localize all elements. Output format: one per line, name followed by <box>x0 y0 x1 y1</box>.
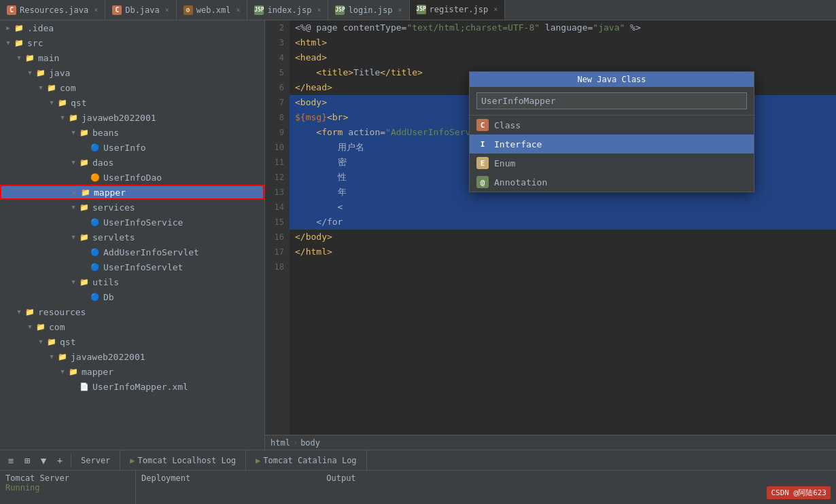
arrow-com: ▼ <box>35 82 46 93</box>
folder-icon-main: 📁 <box>24 52 35 63</box>
line-num-11: 11 <box>268 155 284 170</box>
code-line-3: <html> <box>290 35 836 50</box>
sidebar-item-res-com[interactable]: ▼ 📁 com <box>0 319 264 334</box>
tab-icon-webxml: ⚙ <box>184 5 193 15</box>
code-line-14: < <box>290 200 836 215</box>
bottom-tab-server[interactable]: Server <box>71 450 120 471</box>
folder-icon-mapper: 📁 <box>80 187 91 198</box>
sidebar-item-db[interactable]: 🔵 Db <box>0 289 264 304</box>
tab-icon-registerjsp: JSP <box>417 5 426 14</box>
enum-icon: E <box>476 157 489 169</box>
sidebar-item-res-qst[interactable]: ▼ 📁 qst <box>0 334 264 349</box>
sidebar-item-res-mapper[interactable]: ▼ 📁 mapper <box>0 364 264 379</box>
tab-close-indexjsp[interactable]: × <box>317 6 321 14</box>
bottom-tab-tomcat-localhost[interactable]: ▶ Tomcat Localhost Log <box>120 450 246 471</box>
tab-label-webxml: web.xml <box>196 5 231 15</box>
folder-icon-utils: 📁 <box>79 276 90 287</box>
icon-adduserinfoservlet: 🔵 <box>90 247 101 257</box>
play-icon-catalina: ▶ <box>256 456 260 465</box>
sidebar-item-resources[interactable]: ▼ 📁 resources <box>0 304 264 319</box>
tab-close-loginjsp[interactable]: × <box>398 6 402 14</box>
sidebar-item-idea[interactable]: ▶ 📁 .idea <box>0 20 264 35</box>
folder-icon-servlets: 📁 <box>79 232 90 242</box>
dialog-item-interface[interactable]: I Interface <box>470 134 754 154</box>
label-mapper: mapper <box>94 187 126 198</box>
dialog-input[interactable] <box>476 92 747 109</box>
line-num-6: 6 <box>268 80 284 95</box>
bottom-icon-grid[interactable]: ⊞ <box>20 454 34 467</box>
sidebar-item-res-javaweb[interactable]: ▼ 📁 javaweb2022001 <box>0 349 264 364</box>
csdn-badge: CSDN @阿陆623 <box>767 486 831 499</box>
line-num-2: 2 <box>268 20 284 35</box>
folder-icon-src: 📁 <box>14 37 24 48</box>
bottom-icon-list[interactable]: ≡ <box>4 454 18 467</box>
sidebar-item-com[interactable]: ▼ 📁 com <box>0 80 264 95</box>
tab-resources[interactable]: C Resources.java × <box>0 0 105 20</box>
sidebar-item-javaweb[interactable]: ▼ 📁 javaweb2022001 <box>0 110 264 125</box>
label-utils: utils <box>92 277 119 287</box>
sidebar-item-userinfo[interactable]: 🔵 UserInfo <box>0 140 264 155</box>
arrow-res-com: ▼ <box>24 321 35 332</box>
tab-webxml[interactable]: ⚙ web.xml × <box>177 0 248 20</box>
bottom-tabs: ≡ ⊞ ▼ + Server ▶ Tomcat Localhost Log ▶ … <box>0 450 836 471</box>
tab-icon-indexjsp: JSP <box>254 5 264 15</box>
tab-registerjsp[interactable]: JSP register.jsp × <box>410 0 506 20</box>
sidebar-item-userinfodao[interactable]: 🟠 UserInfoDao <box>0 170 264 185</box>
sidebar-item-beans[interactable]: ▼ 📁 beans <box>0 125 264 140</box>
line-num-14: 14 <box>268 200 284 215</box>
sidebar-item-mapper[interactable]: ▶ 📁 mapper <box>0 185 264 200</box>
line-num-17: 17 <box>268 245 284 259</box>
breadcrumb: html › body <box>271 438 320 448</box>
sidebar-item-userinfoservlet[interactable]: 🔵 UserInfoServlet <box>0 259 264 274</box>
sidebar-item-daos[interactable]: ▼ 📁 daos <box>0 155 264 170</box>
tab-loginjsp[interactable]: JSP login.jsp × <box>328 0 409 20</box>
sidebar-item-services[interactable]: ▼ 📁 services <box>0 200 264 215</box>
tab-indexjsp[interactable]: JSP index.jsp × <box>247 0 328 20</box>
sidebar-item-userinfoservice[interactable]: 🔵 UserInfoService <box>0 215 264 230</box>
annotation-icon: @ <box>476 176 489 188</box>
bottom-tab-tomcat-catalina[interactable]: ▶ Tomcat Catalina Log <box>246 450 367 471</box>
running-status: Running <box>5 483 130 492</box>
sidebar-item-adduserinfoservlet[interactable]: 🔵 AddUserInfoServlet <box>0 245 264 259</box>
tab-close-webxml[interactable]: × <box>236 6 240 14</box>
folder-icon-javaweb: 📁 <box>68 112 79 123</box>
sidebar-item-src[interactable]: ▼ 📁 src <box>0 35 264 50</box>
annotation-label: Annotation <box>494 177 547 187</box>
dialog-list: C Class I Interface E Enum @ Annotation <box>470 115 754 192</box>
label-com: com <box>60 83 75 93</box>
label-res-javaweb: javaweb2022001 <box>71 352 145 362</box>
dialog-input-row <box>470 87 754 115</box>
breadcrumb-html: html <box>271 438 290 448</box>
arrow-utils: ▼ <box>68 276 79 287</box>
arrow-userinfoservice <box>79 217 90 228</box>
sidebar-item-userinfomapperxml[interactable]: 📄 UserInfoMapper.xml <box>0 379 264 394</box>
dialog-item-class[interactable]: C Class <box>470 115 754 134</box>
sidebar-item-qst[interactable]: ▼ 📁 qst <box>0 95 264 110</box>
arrow-userinfoservlet <box>79 262 90 272</box>
tab-label-loginjsp: login.jsp <box>348 5 392 15</box>
dialog-item-annotation[interactable]: @ Annotation <box>470 173 754 192</box>
tab-close-db[interactable]: × <box>165 6 169 14</box>
sidebar-item-main[interactable]: ▼ 📁 main <box>0 50 264 65</box>
arrow-res-mapper: ▼ <box>57 366 68 377</box>
bottom-icon-down[interactable]: ▼ <box>37 454 50 467</box>
arrow-javaweb: ▼ <box>57 112 68 123</box>
folder-icon-res-qst: 📁 <box>46 336 57 347</box>
enum-label: Enum <box>494 158 515 168</box>
sidebar-item-utils[interactable]: ▼ 📁 utils <box>0 274 264 289</box>
code-line-15: </for <box>290 215 836 230</box>
sidebar-item-java[interactable]: ▼ 📁 java <box>0 65 264 80</box>
tab-close-registerjsp[interactable]: × <box>493 5 498 13</box>
line-num-15: 15 <box>268 215 284 230</box>
folder-icon-idea: 📁 <box>14 22 24 33</box>
label-res-com: com <box>49 322 65 332</box>
bottom-icon-add[interactable]: + <box>53 454 67 467</box>
line-num-13: 13 <box>268 185 284 200</box>
tab-close-resources[interactable]: × <box>94 6 98 14</box>
sidebar-item-servlets[interactable]: ▼ 📁 servlets <box>0 230 264 245</box>
sidebar: ▶ 📁 .idea ▼ 📁 src ▼ 📁 main ▼ 📁 java ▼ 📁 … <box>0 20 265 450</box>
dialog-item-enum[interactable]: E Enum <box>470 154 754 173</box>
play-icon-localhost: ▶ <box>130 456 135 465</box>
arrow-mapper: ▶ <box>69 187 80 198</box>
tab-db[interactable]: C Db.java × <box>105 0 177 20</box>
